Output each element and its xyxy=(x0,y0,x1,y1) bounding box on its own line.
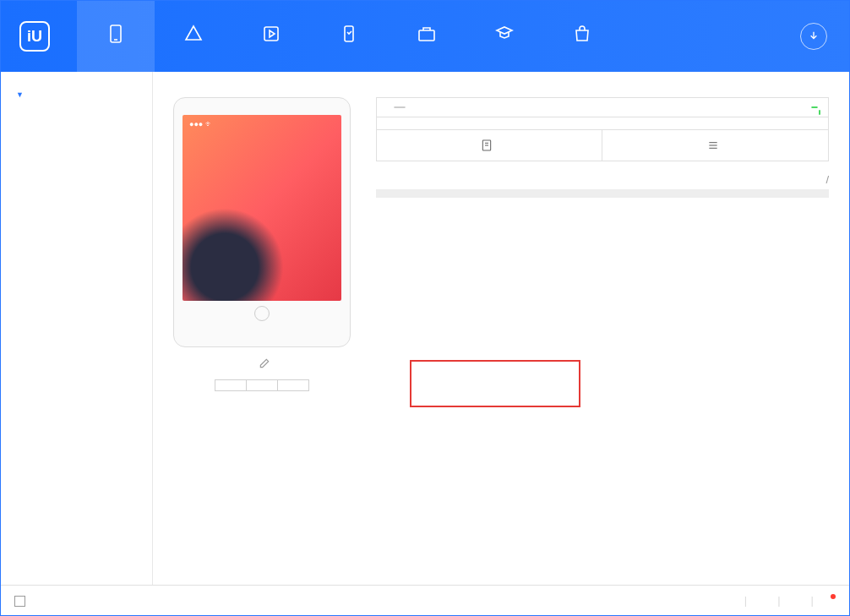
logo-icon: iU xyxy=(19,21,50,52)
storage-bar xyxy=(376,189,829,198)
svg-rect-2 xyxy=(264,27,278,41)
flash-icon xyxy=(339,24,359,44)
tab-ringtones[interactable] xyxy=(232,1,310,72)
tab-tutorials[interactable] xyxy=(466,1,543,72)
toolbox-icon xyxy=(417,24,437,44)
tab-toolbox[interactable] xyxy=(388,1,466,72)
device-icon xyxy=(106,24,126,44)
logo: iU xyxy=(1,1,77,72)
edit-icon xyxy=(259,357,270,369)
storage-values: / xyxy=(825,173,829,186)
footer: | | | xyxy=(1,585,849,615)
device-preview: ●●● ᯤ xyxy=(173,97,351,391)
main-content: ●●● ᯤ xyxy=(153,72,849,585)
view-report-button[interactable] xyxy=(377,130,602,161)
tab-flash[interactable] xyxy=(310,1,388,72)
home-button-icon xyxy=(254,306,270,321)
view-details-button[interactable] xyxy=(602,130,828,161)
storage-chip xyxy=(394,106,406,108)
apps-icon xyxy=(183,24,204,44)
signal-icon: ●●● ᯤ xyxy=(189,120,213,128)
store-icon xyxy=(572,24,592,44)
ringtones-icon xyxy=(261,24,281,44)
shutdown-button[interactable] xyxy=(247,380,278,390)
block-itunes-checkbox[interactable] xyxy=(14,594,30,607)
tutorials-icon xyxy=(494,24,515,44)
main-tabs xyxy=(77,1,778,72)
storage-section: / xyxy=(376,173,829,204)
tools-row xyxy=(173,558,829,575)
list-icon xyxy=(706,139,720,152)
device-name[interactable] xyxy=(253,357,270,369)
info-header xyxy=(376,97,829,117)
device-buttons xyxy=(215,379,309,391)
highlight-box xyxy=(410,360,580,407)
tab-apps[interactable] xyxy=(155,1,232,72)
report-icon xyxy=(480,139,493,152)
battery-badge xyxy=(811,106,818,108)
svg-rect-4 xyxy=(419,30,434,41)
refresh-button[interactable] xyxy=(278,380,308,390)
download-button[interactable] xyxy=(800,23,827,50)
tab-store[interactable] xyxy=(543,1,621,72)
header: iU xyxy=(1,1,849,72)
restart-button[interactable] xyxy=(215,380,247,390)
check-update-link[interactable] xyxy=(829,594,836,607)
info-panel: / xyxy=(376,97,829,391)
sidebar-head[interactable] xyxy=(1,82,152,108)
tab-device[interactable] xyxy=(77,1,155,72)
sidebar xyxy=(1,72,153,585)
ipad-mockup: ●●● ᯤ xyxy=(173,97,351,347)
